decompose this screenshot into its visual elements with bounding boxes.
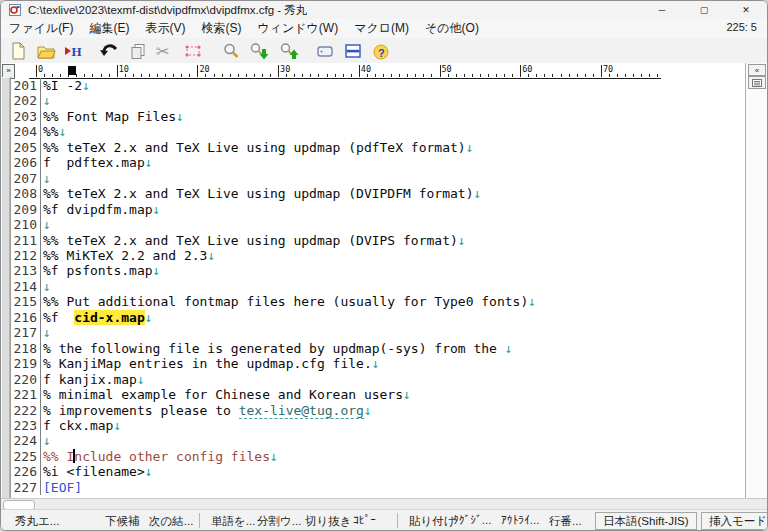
line-text[interactable]: ↓ (41, 433, 51, 448)
find-button[interactable] (219, 40, 243, 61)
line-text[interactable]: % improvements please to tex-live@tug.or… (41, 403, 372, 418)
line-text[interactable]: %% Font Map Files↓ (41, 109, 184, 124)
status-button-6[interactable]: 切り抜き (305, 514, 352, 529)
code-line[interactable]: 208%% teTeX 2.x and TeX Live using updma… (10, 186, 745, 201)
code-line[interactable]: 220f kanjix.map↓ (10, 372, 745, 387)
status-button-10[interactable]: ﾀｸﾞｼﾞ... (453, 514, 491, 526)
line-number: 207 (10, 171, 41, 186)
code-line[interactable]: 212%% MiKTeX 2.2 and 2.3↓ (10, 248, 745, 263)
menu-item-3[interactable]: 検索(S) (193, 19, 249, 38)
line-text[interactable]: ↓ (41, 325, 51, 340)
code-line[interactable]: 205%% teTeX 2.x and TeX Live using updma… (10, 140, 745, 155)
ruler-tick (649, 74, 650, 77)
close-button[interactable]: ✕ (725, 1, 767, 19)
find-prev-button[interactable] (277, 40, 301, 61)
line-text[interactable]: % KanjiMap entries in the updmap.cfg fil… (41, 356, 380, 371)
code-line[interactable]: 202↓ (10, 93, 745, 108)
line-text[interactable]: ↓ (41, 217, 51, 232)
code-line[interactable]: 210↓ (10, 217, 745, 232)
line-text[interactable]: % the following file is generated by upd… (41, 341, 513, 356)
status-button-2[interactable]: 次の結... (149, 514, 193, 529)
code-line[interactable]: 201%I -2↓ (10, 78, 745, 93)
find-next-button[interactable] (247, 40, 271, 61)
status-button-12[interactable]: 行番... (549, 514, 582, 529)
code-line[interactable]: 219% KanjiMap entries in the updmap.cfg … (10, 356, 745, 371)
ruler-collapse-right-button[interactable]: « (748, 64, 766, 76)
code-line[interactable]: 217↓ (10, 325, 745, 340)
text-body[interactable]: 201%I -2↓202↓203%% Font Map Files↓204%%↓… (10, 78, 745, 498)
code-line[interactable]: 207↓ (10, 171, 745, 186)
line-text[interactable]: ↓ (41, 279, 51, 294)
svg-text:✂: ✂ (156, 43, 169, 60)
code-line[interactable]: 215%% Put additional fontmap files here … (10, 294, 745, 309)
line-text[interactable]: %% teTeX 2.x and TeX Live using updmap (… (41, 140, 473, 155)
copy-button[interactable] (126, 40, 150, 61)
maximize-button[interactable]: ▢ (683, 1, 725, 19)
line-text[interactable]: ↓ (41, 171, 51, 186)
menu-item-6[interactable]: その他(O) (417, 19, 487, 38)
new-file-button[interactable] (6, 40, 30, 61)
line-text[interactable]: %% teTeX 2.x and TeX Live using updmap (… (41, 186, 481, 201)
undo-button[interactable] (97, 40, 121, 61)
code-line[interactable]: 222% improvements please to tex-live@tug… (10, 403, 745, 418)
code-line[interactable]: 206f pdftex.map↓ (10, 155, 745, 170)
code-line[interactable]: 226%i <filename>↓ (10, 464, 745, 479)
menu-item-2[interactable]: 表示(V) (137, 19, 193, 38)
right-margin[interactable]: « (745, 63, 767, 498)
email-link[interactable]: tex-live@tug.org (239, 403, 364, 419)
line-text[interactable]: %% teTeX 2.x and TeX Live using updmap (… (41, 233, 466, 248)
menu-item-5[interactable]: マクロ(M) (346, 19, 417, 38)
code-line[interactable]: 216%f cid-x.map↓ (10, 310, 745, 325)
line-text[interactable]: [EOF] (41, 480, 82, 495)
status-button-7[interactable]: ｺﾋﾟｰ (353, 514, 376, 526)
line-text[interactable]: %I -2↓ (41, 78, 90, 93)
line-text[interactable]: f kanjix.map↓ (41, 372, 145, 387)
status-button-1[interactable]: 下候補 (105, 514, 140, 529)
line-text[interactable]: f ckx.map↓ (41, 418, 121, 433)
status-box-13[interactable]: 日本語(Shift-JIS) (595, 512, 697, 530)
status-button-9[interactable]: 貼り付け (409, 514, 456, 529)
code-line[interactable]: 204%%↓ (10, 124, 745, 139)
line-text[interactable]: %% MiKTeX 2.2 and 2.3↓ (41, 248, 215, 263)
status-button-11[interactable]: ｱｳﾄﾗｲ... (501, 514, 539, 526)
line-text[interactable]: % minimal example for Chinese and Korean… (41, 387, 411, 402)
status-button-4[interactable]: 単語を... (211, 514, 255, 529)
split-window-button[interactable] (341, 40, 365, 61)
code-line[interactable]: 224↓ (10, 433, 745, 448)
menu-item-4[interactable]: ウィンドウ(W) (249, 19, 346, 38)
open-folder-icon (36, 41, 56, 61)
open-file-button[interactable] (34, 40, 58, 61)
code-line[interactable]: 214↓ (10, 279, 745, 294)
code-line[interactable]: 225%% Include other config files↓ (10, 449, 745, 464)
menu-item-0[interactable]: ファイル(F) (1, 19, 81, 38)
line-text[interactable]: %f dvipdfm.map↓ (41, 202, 160, 217)
save-button[interactable]: H (61, 40, 85, 61)
code-line[interactable]: 213%f psfonts.map↓ (10, 263, 745, 278)
line-text[interactable]: %% Put additional fontmap files here (us… (41, 294, 536, 309)
outline-toggle-button[interactable] (748, 76, 766, 89)
status-button-0[interactable]: 秀丸エ... (15, 514, 59, 529)
line-text[interactable]: f pdftex.map↓ (41, 155, 153, 170)
line-text[interactable]: ↓ (41, 93, 51, 108)
cut-button[interactable]: ✂ (153, 40, 177, 61)
line-text[interactable]: %i <filename>↓ (41, 464, 153, 479)
select-mode-button[interactable] (181, 40, 205, 61)
code-line[interactable]: 211%% teTeX 2.x and TeX Live using updma… (10, 233, 745, 248)
ruler-tick (351, 74, 352, 77)
code-line[interactable]: 209%f dvipdfm.map↓ (10, 202, 745, 217)
line-text[interactable]: %f psfonts.map↓ (41, 263, 160, 278)
status-button-5[interactable]: 分割ウ... (257, 514, 301, 529)
code-line[interactable]: 223f ckx.map↓ (10, 418, 745, 433)
tag-jump-button[interactable] (313, 40, 337, 61)
code-line[interactable]: 203%% Font Map Files↓ (10, 109, 745, 124)
status-box-14[interactable]: 挿入モード (701, 512, 768, 530)
line-text[interactable]: %%↓ (41, 124, 66, 139)
help-button[interactable]: ? (369, 40, 393, 61)
menu-item-1[interactable]: 編集(E) (81, 19, 137, 38)
line-text[interactable]: %f cid-x.map↓ (41, 310, 153, 325)
code-line[interactable]: 218% the following file is generated by … (10, 341, 745, 356)
line-text[interactable]: %% Include other config files↓ (41, 449, 278, 464)
code-line[interactable]: 221% minimal example for Chinese and Kor… (10, 387, 745, 402)
code-line[interactable]: 227[EOF] (10, 480, 745, 495)
minimize-button[interactable]: ─ (641, 1, 683, 19)
